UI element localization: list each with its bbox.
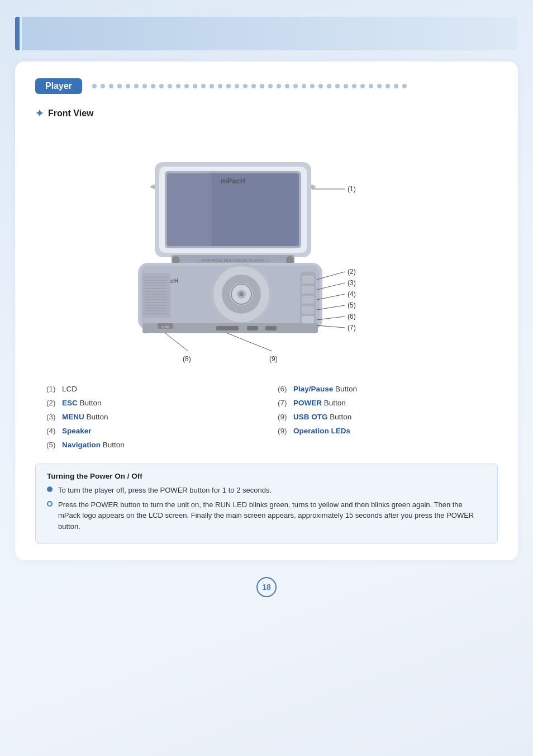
svg-line-60 [317, 325, 345, 328]
header-dot [386, 84, 390, 88]
svg-point-10 [286, 256, 294, 264]
svg-rect-37 [302, 276, 314, 284]
label-power: (7) POWER Button [278, 398, 487, 408]
svg-text:(7): (7) [348, 324, 356, 332]
header-dot [277, 84, 281, 88]
label-lcd: (1) LCD [46, 384, 255, 394]
header-dot [226, 84, 231, 88]
info-box: Turning the Power On / Off To turn the p… [35, 464, 498, 544]
info-box-title: Turning the Power On / Off [47, 472, 486, 480]
svg-rect-6 [167, 173, 212, 246]
svg-line-64 [227, 333, 272, 351]
header-dot [327, 84, 331, 88]
page-number-area: 18 [15, 577, 518, 597]
header-dot [318, 84, 323, 88]
svg-text:(4): (4) [348, 290, 356, 298]
diagram-area: mPacH — PORTABLE MULTIMEDIA PLAYER — mPa… [35, 133, 498, 368]
label-esc: (2) ESC Button [46, 398, 255, 408]
svg-text:(2): (2) [348, 268, 356, 276]
front-view-label: Front View [48, 108, 94, 119]
bullet-1 [47, 486, 53, 492]
header-dot [176, 84, 180, 88]
page-circle: 18 [256, 577, 277, 597]
svg-text:(9): (9) [269, 355, 278, 363]
header-dot [251, 84, 256, 88]
header-dot [168, 84, 172, 88]
device-illustration: mPacH — PORTABLE MULTIMEDIA PLAYER — mPa… [77, 133, 456, 368]
front-view-heading: ✦ Front View [35, 107, 498, 120]
diamond-icon: ✦ [35, 107, 44, 120]
header-dot [210, 84, 214, 88]
header-dot [126, 84, 130, 88]
header-dot [109, 84, 113, 88]
header-dot [134, 84, 139, 88]
header-dot [394, 84, 398, 88]
header-dot [117, 84, 122, 88]
label-usb-otg: (9) USB OTG Button [278, 412, 487, 422]
header-dot [235, 84, 239, 88]
svg-rect-38 [302, 286, 314, 294]
svg-line-62 [165, 333, 188, 351]
header-dot [335, 84, 340, 88]
header-dot [302, 84, 306, 88]
header-dot [184, 84, 189, 88]
svg-text:(8): (8) [183, 355, 191, 363]
svg-text:mPacH: mPacH [221, 177, 245, 185]
info-text-2: Press the POWER button to turn the unit … [58, 499, 486, 532]
header-dot [92, 84, 97, 88]
header-dot [402, 84, 407, 88]
svg-point-9 [172, 256, 180, 264]
info-item-1: To turn the player off, press the POWER … [47, 485, 486, 496]
header-dot [201, 84, 206, 88]
svg-text:(6): (6) [348, 313, 356, 320]
main-content-box: Player ✦ Front View mPac [15, 62, 518, 560]
header-dot [193, 84, 197, 88]
svg-text:(5): (5) [348, 301, 356, 309]
info-text-1: To turn the player off, press the POWER … [58, 485, 272, 496]
svg-rect-45 [216, 326, 239, 330]
svg-text:(3): (3) [348, 279, 356, 287]
top-bar-accent [15, 17, 20, 50]
dots-row [92, 84, 498, 88]
svg-text:(1): (1) [348, 185, 356, 193]
bullet-2 [47, 501, 53, 507]
label-speaker: (4) Speaker [46, 426, 255, 436]
svg-text:USB: USB [162, 325, 169, 329]
header-dot [142, 84, 147, 88]
header-dot [260, 84, 264, 88]
top-bar-line [22, 17, 518, 50]
svg-text:— PORTABLE MULTIMEDIA PLAYER —: — PORTABLE MULTIMEDIA PLAYER — [197, 258, 269, 262]
label-navigation: (5) Navigation Button [46, 440, 255, 450]
svg-rect-46 [247, 326, 258, 330]
header-dot [352, 84, 356, 88]
label-play-pause: (6) Play/Pause Button [278, 384, 487, 394]
info-item-2: Press the POWER button to turn the unit … [47, 499, 486, 532]
header-dot [285, 84, 289, 88]
svg-rect-39 [302, 296, 314, 304]
header-dot [151, 84, 155, 88]
parts-labels-grid: (1) LCD (6) Play/Pause Button (2) ESC Bu… [35, 384, 498, 450]
section-header: Player [35, 78, 498, 94]
svg-rect-47 [265, 326, 277, 330]
label-menu: (3) MENU Button [46, 412, 255, 422]
top-bar [15, 17, 518, 50]
label-operation-leds: (9) Operation LEDs [278, 426, 487, 436]
header-dot [293, 84, 298, 88]
header-dot [377, 84, 382, 88]
svg-point-34 [239, 292, 244, 296]
svg-rect-41 [302, 316, 314, 324]
player-badge: Player [35, 78, 82, 94]
header-dot [344, 84, 348, 88]
header-dot [159, 84, 164, 88]
header-dot [268, 84, 273, 88]
header-dot [218, 84, 222, 88]
header-dot [243, 84, 248, 88]
header-dot [369, 84, 373, 88]
header-dot [310, 84, 315, 88]
svg-rect-40 [302, 306, 314, 314]
header-dot [360, 84, 365, 88]
header-dot [101, 84, 105, 88]
